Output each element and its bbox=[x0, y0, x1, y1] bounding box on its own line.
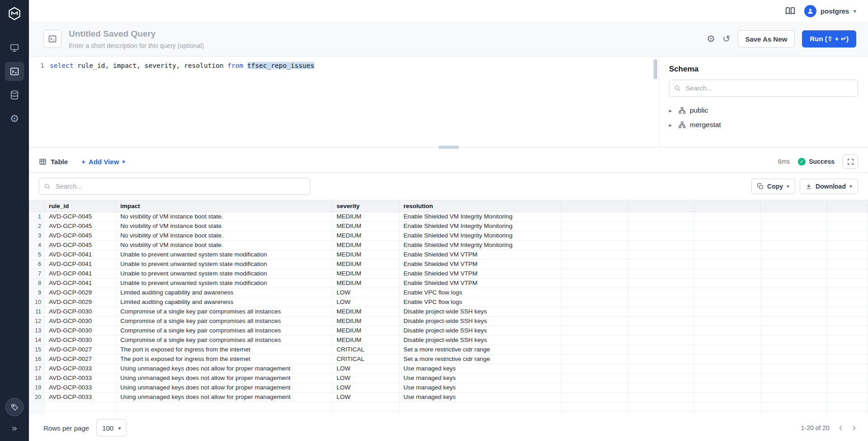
database-nav-icon[interactable] bbox=[5, 85, 24, 104]
table-cell[interactable]: AVD-GCP-0027 bbox=[45, 355, 116, 364]
copy-button[interactable]: Copy ▾ bbox=[751, 179, 795, 194]
table-row[interactable]: 1AVD-GCP-0045No visibility of VM instanc… bbox=[29, 212, 868, 222]
table-cell[interactable]: CRITICAL bbox=[332, 345, 399, 355]
results-search-input[interactable] bbox=[39, 178, 310, 195]
table-cell[interactable]: The port is exposed for ingress from the… bbox=[116, 345, 332, 355]
table-cell[interactable]: AVD-GCP-0045 bbox=[45, 231, 116, 241]
table-cell[interactable]: MEDIUM bbox=[332, 250, 399, 260]
table-cell[interactable]: Enable Shielded VM VTPM bbox=[399, 250, 561, 260]
table-cell[interactable]: MEDIUM bbox=[332, 222, 399, 231]
divider-drag-handle[interactable] bbox=[438, 146, 459, 149]
table-row[interactable]: 16AVD-GCP-0027The port is exposed for in… bbox=[29, 355, 868, 364]
table-cell[interactable]: Compromise of a single key pair compromi… bbox=[116, 307, 332, 317]
schema-item-public[interactable]: ▸public bbox=[669, 103, 858, 118]
expand-results-button[interactable] bbox=[843, 154, 858, 169]
table-cell[interactable]: Use managed keys bbox=[399, 393, 561, 402]
table-cell[interactable]: AVD-GCP-0033 bbox=[45, 383, 116, 393]
history-icon[interactable]: ↺ bbox=[722, 34, 730, 44]
table-cell[interactable]: Set a more restrictive cidr range bbox=[399, 345, 561, 355]
table-cell[interactable]: Compromise of a single key pair compromi… bbox=[116, 317, 332, 326]
table-row[interactable]: 18AVD-GCP-0033Using unmanaged keys does … bbox=[29, 374, 868, 383]
table-cell[interactable]: AVD-GCP-0045 bbox=[45, 241, 116, 250]
table-cell[interactable]: Use managed keys bbox=[399, 374, 561, 383]
table-cell[interactable]: Enable VPC flow logs bbox=[399, 288, 561, 298]
table-cell[interactable]: Unable to prevent unwanted system state … bbox=[116, 250, 332, 260]
table-cell[interactable]: Unable to prevent unwanted system state … bbox=[116, 269, 332, 279]
table-cell[interactable]: Use managed keys bbox=[399, 383, 561, 393]
run-button[interactable]: Run (⇧ + ↵) bbox=[802, 30, 856, 47]
rows-per-page-select[interactable]: 100 ▾ bbox=[96, 419, 127, 436]
table-row[interactable]: 3AVD-GCP-0045No visibility of VM instanc… bbox=[29, 231, 868, 241]
table-cell[interactable]: AVD-GCP-0033 bbox=[45, 393, 116, 402]
table-row[interactable]: 14AVD-GCP-0030Compromise of a single key… bbox=[29, 336, 868, 345]
table-cell[interactable]: MEDIUM bbox=[332, 307, 399, 317]
table-cell[interactable]: AVD-GCP-0030 bbox=[45, 326, 116, 336]
table-cell[interactable]: Disable project-wide SSH keys bbox=[399, 317, 561, 326]
expand-sidebar-icon[interactable]: » bbox=[11, 422, 17, 434]
table-cell[interactable]: AVD-GCP-0033 bbox=[45, 374, 116, 383]
column-header-rule_id[interactable]: rule_id bbox=[45, 200, 116, 212]
query-description[interactable]: Enter a short description for this query… bbox=[69, 42, 204, 49]
mergestat-logo-icon[interactable] bbox=[7, 6, 22, 23]
table-row[interactable]: 13AVD-GCP-0030Compromise of a single key… bbox=[29, 326, 868, 336]
column-header-impact[interactable]: impact bbox=[116, 200, 332, 212]
table-cell[interactable]: Using unmanaged keys does not allow for … bbox=[116, 383, 332, 393]
table-cell[interactable]: AVD-GCP-0030 bbox=[45, 317, 116, 326]
docs-book-icon[interactable] bbox=[785, 6, 795, 16]
table-cell[interactable]: Limited auditing capability and awarenes… bbox=[116, 298, 332, 307]
schema-item-mergestat[interactable]: ▸mergestat bbox=[669, 118, 858, 132]
table-cell[interactable]: Using unmanaged keys does not allow for … bbox=[116, 374, 332, 383]
table-cell[interactable]: Enable Shielded VM VTPM bbox=[399, 269, 561, 279]
sql-editor[interactable]: 1 select rule_id, impact, severity, reso… bbox=[29, 57, 659, 147]
queries-nav-icon[interactable] bbox=[5, 62, 24, 81]
table-cell[interactable]: Disable project-wide SSH keys bbox=[399, 326, 561, 336]
table-row[interactable]: 2AVD-GCP-0045No visibility of VM instanc… bbox=[29, 222, 868, 231]
table-cell[interactable]: MEDIUM bbox=[332, 269, 399, 279]
repos-nav-icon[interactable] bbox=[5, 38, 24, 57]
table-cell[interactable]: No visibility of VM instance boot state. bbox=[116, 241, 332, 250]
table-cell[interactable]: Using unmanaged keys does not allow for … bbox=[116, 393, 332, 402]
save-as-new-button[interactable]: Save As New bbox=[738, 30, 795, 47]
table-cell[interactable]: Enable Shielded VM VTPM bbox=[399, 260, 561, 269]
table-cell[interactable]: Use managed keys bbox=[399, 364, 561, 374]
table-cell[interactable]: MEDIUM bbox=[332, 260, 399, 269]
table-row[interactable]: 6AVD-GCP-0041Unable to prevent unwanted … bbox=[29, 260, 868, 269]
table-row[interactable]: 20AVD-GCP-0033Using unmanaged keys does … bbox=[29, 393, 868, 402]
add-view-button[interactable]: + Add View ▾ bbox=[81, 158, 125, 166]
table-cell[interactable]: Enable Shielded VM Integrity Monitoring bbox=[399, 231, 561, 241]
table-row[interactable]: 7AVD-GCP-0041Unable to prevent unwanted … bbox=[29, 269, 868, 279]
table-cell[interactable]: AVD-GCP-0045 bbox=[45, 222, 116, 231]
table-cell[interactable]: AVD-GCP-0033 bbox=[45, 364, 116, 374]
gear-icon[interactable]: ⚙ bbox=[707, 34, 715, 44]
table-cell[interactable]: AVD-GCP-0029 bbox=[45, 288, 116, 298]
column-header-severity[interactable]: severity bbox=[332, 200, 399, 212]
table-cell[interactable]: Unable to prevent unwanted system state … bbox=[116, 279, 332, 288]
table-cell[interactable]: Enable Shielded VM Integrity Monitoring bbox=[399, 241, 561, 250]
table-cell[interactable]: MEDIUM bbox=[332, 326, 399, 336]
table-cell[interactable]: Disable project-wide SSH keys bbox=[399, 336, 561, 345]
table-row[interactable]: 5AVD-GCP-0041Unable to prevent unwanted … bbox=[29, 250, 868, 260]
table-cell[interactable]: MEDIUM bbox=[332, 279, 399, 288]
table-cell[interactable]: No visibility of VM instance boot state. bbox=[116, 212, 332, 222]
table-cell[interactable]: LOW bbox=[332, 298, 399, 307]
sql-code[interactable]: select rule_id, impact, severity, resolu… bbox=[50, 62, 314, 147]
table-cell[interactable]: AVD-GCP-0030 bbox=[45, 307, 116, 317]
table-cell[interactable]: Unable to prevent unwanted system state … bbox=[116, 260, 332, 269]
tab-table-view[interactable]: Table bbox=[39, 158, 68, 166]
table-cell[interactable]: AVD-GCP-0041 bbox=[45, 279, 116, 288]
chevron-right-icon[interactable]: ▸ bbox=[669, 122, 674, 128]
table-cell[interactable]: MEDIUM bbox=[332, 231, 399, 241]
table-cell[interactable]: Limited auditing capability and awarenes… bbox=[116, 288, 332, 298]
table-row[interactable]: 4AVD-GCP-0045No visibility of VM instanc… bbox=[29, 241, 868, 250]
table-cell[interactable]: LOW bbox=[332, 383, 399, 393]
table-cell[interactable]: CRITICAL bbox=[332, 355, 399, 364]
table-cell[interactable]: The port is exposed for ingress from the… bbox=[116, 355, 332, 364]
table-cell[interactable]: Compromise of a single key pair compromi… bbox=[116, 336, 332, 345]
table-cell[interactable]: AVD-GCP-0027 bbox=[45, 345, 116, 355]
next-page-button[interactable]: › bbox=[852, 422, 856, 433]
settings-nav-icon[interactable]: ⚙ bbox=[5, 109, 24, 128]
table-row[interactable]: 15AVD-GCP-0027The port is exposed for in… bbox=[29, 345, 868, 355]
table-cell[interactable]: AVD-GCP-0045 bbox=[45, 212, 116, 222]
tag-icon[interactable] bbox=[5, 398, 24, 416]
table-cell[interactable]: Enable Shielded VM Integrity Monitoring bbox=[399, 222, 561, 231]
